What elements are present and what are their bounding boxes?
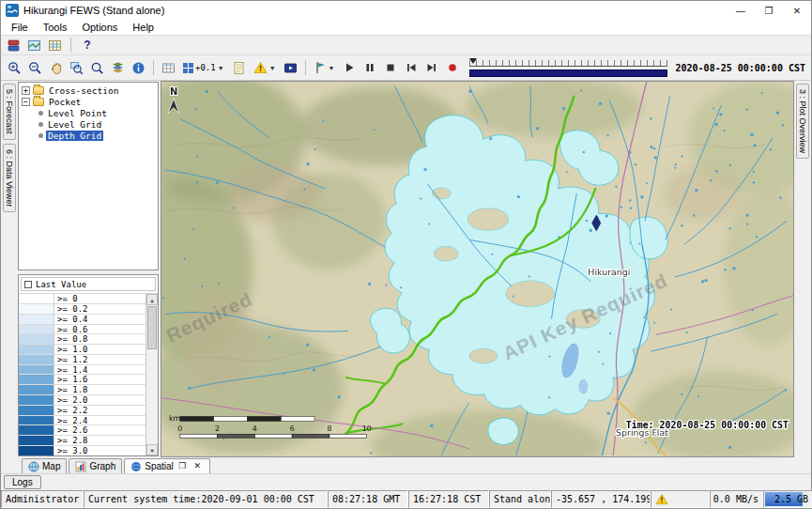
tab-restore-icon[interactable]: ❐ [176,460,189,472]
tree-item-depth-grid[interactable]: Depth Grid [19,130,158,141]
tab-map[interactable]: Map [22,458,67,473]
tab-data-viewer[interactable]: 6 : Data Viewer [3,144,16,212]
right-tab-strip: 3 : Plot Overview [794,81,811,457]
legend-color-swatch [19,416,54,425]
legend-color-swatch [19,294,54,303]
north-label: N [170,86,177,97]
scroll-up-icon[interactable]: ▲ [146,294,158,305]
help-icon: ? [84,39,90,52]
legend-color-swatch [19,375,54,384]
legend-row: >= 0.4 [19,315,146,325]
play-button[interactable] [340,58,360,78]
legend-entry-label: >= 1.4 [54,365,88,375]
scale-unit-label: km [169,414,181,423]
pan-hand-icon[interactable] [46,58,66,78]
skip-to-start-button[interactable] [402,58,421,78]
document-icon[interactable] [229,58,249,78]
profile-tool-control[interactable]: ▼ [311,58,339,78]
last-value-checkbox[interactable] [24,281,32,288]
status-throughput: 0.0 MB/s [710,490,763,508]
info-icon[interactable] [129,58,148,78]
current-timestep-label: 2020-08-25 00:00:00 CST [676,63,807,73]
scale-tick: 0 [177,424,182,433]
contour-interval-control[interactable]: +0.1 ▼ [179,58,228,78]
menu-file[interactable]: File [4,21,36,34]
database-icon[interactable] [5,37,22,54]
help-button[interactable]: ? [79,37,96,54]
timeline-handle[interactable] [469,58,477,68]
main-area: 5 : Forecast 6 : Data Viewer + Cross-sec… [1,81,811,457]
legend-row: >= 2.4 [19,416,146,426]
legend-entry-label: >= 1.2 [54,355,88,364]
collapse-icon[interactable]: − [22,98,30,106]
menu-options[interactable]: Options [74,21,125,34]
scale-tick: 2 [215,424,220,433]
tree-item-level-point[interactable]: Level Point [19,107,158,118]
timeline-slider[interactable] [469,56,667,79]
tree-item-cross-section[interactable]: + Cross-section [19,85,158,96]
tab-plot-overview[interactable]: 3 : Plot Overview [796,84,809,159]
legend-color-swatch [19,385,54,394]
scale-tick: 6 [290,424,295,433]
grid-table-icon[interactable] [159,58,178,78]
contour-interval-value: +0.1 [195,63,216,72]
logs-button[interactable]: Logs [4,475,41,489]
expand-icon[interactable]: + [22,86,30,95]
app-window: Hikurangi FEWS (Stand alone) — ❐ ✕ File … [0,0,812,509]
legend-scrollbar[interactable]: ▲ ▼ [146,294,158,455]
contour-icon [183,63,193,73]
skip-to-end-button[interactable] [422,58,442,78]
menu-help[interactable]: Help [125,21,161,34]
menu-tools[interactable]: Tools [36,21,75,34]
tab-close-icon[interactable]: ✕ [192,460,204,472]
zoom-in-icon[interactable] [5,58,24,78]
legend-color-swatch [19,395,54,405]
chart-icon [75,461,86,472]
tab-spatial[interactable]: Spatial ❐ ✕ [124,458,210,473]
minimize-button[interactable]: — [727,1,755,20]
tree-item-pocket[interactable]: − Pocket [19,96,158,107]
timeline-range-bar[interactable] [469,69,667,77]
tree-item-label: Level Point [46,108,109,118]
scroll-down-icon[interactable]: ▼ [146,444,158,455]
tab-forecast[interactable]: 5 : Forecast [3,84,16,140]
legend-row: >= 1.4 [19,365,146,376]
stop-button[interactable] [381,58,401,78]
status-system-time: Current system time:2020-09-01 00:00 CST [84,490,328,508]
legend-entry-label: >= 1.0 [54,345,88,354]
legend-body: >= 0>= 0.2>= 0.4>= 0.6>= 0.8>= 1.0>= 1.2… [19,293,158,455]
pause-button[interactable] [360,58,380,78]
folder-icon [33,86,44,95]
legend-row: >= 0 [19,294,146,304]
tree-item-label: Cross-section [47,85,120,96]
scroll-track[interactable] [146,305,158,444]
title-bar: Hikurangi FEWS (Stand alone) — ❐ ✕ [1,1,811,20]
scale-tick: 4 [253,424,257,433]
maximize-button[interactable]: ❐ [755,1,783,20]
status-warning[interactable] [651,490,710,508]
warning-icon [655,493,668,505]
close-button[interactable]: ✕ [783,1,811,20]
tree-item-label: Level Grid [46,119,103,130]
bullet-icon [38,133,43,138]
legend-row: >= 3.0 [19,446,146,455]
zoom-extent-icon[interactable] [67,58,86,78]
animation-display-icon[interactable] [281,58,300,78]
zoom-previous-icon[interactable] [87,58,107,78]
scroll-thumb[interactable] [147,306,157,349]
legend-entry-label: >= 3.0 [54,446,88,455]
map-display-icon[interactable] [25,37,42,54]
zoom-out-icon[interactable] [25,58,45,78]
map-canvas[interactable]: API Key Required API Key Required Hikura… [161,81,794,457]
legend-row: >= 2.0 [19,395,146,406]
grid-display-icon[interactable] [46,37,63,54]
tree-item-level-grid[interactable]: Level Grid [19,118,158,130]
legend-list: >= 0>= 0.2>= 0.4>= 0.6>= 0.8>= 1.0>= 1.2… [19,294,146,455]
record-button[interactable] [443,58,463,78]
status-gmt-time: 08:27:18 GMT [328,490,408,508]
warning-threshold-control[interactable]: ▼ [250,58,280,78]
town-label: Hikurangi [588,267,630,277]
timeline-ruler [469,60,667,67]
layers-icon[interactable] [108,58,128,78]
tab-graph[interactable]: Graph [69,458,122,473]
